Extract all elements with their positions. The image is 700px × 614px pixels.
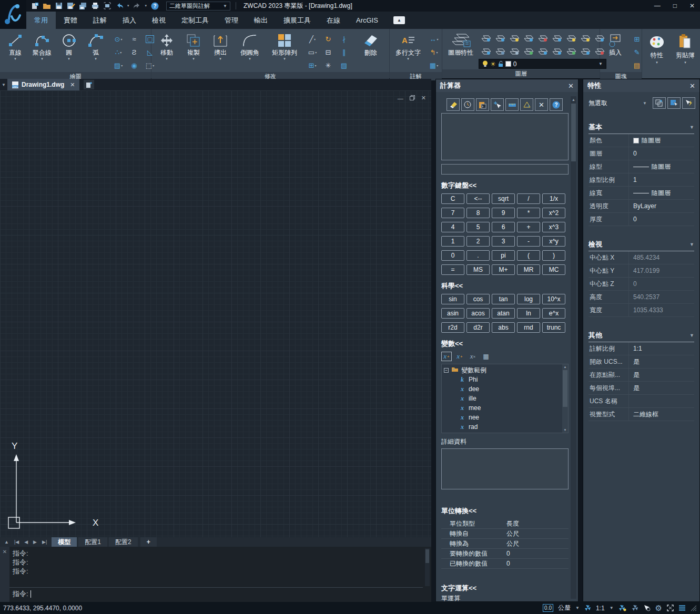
layer-tool-icon-8[interactable] xyxy=(578,32,592,45)
calc-key-7[interactable]: 7 xyxy=(441,208,464,218)
calc-key-asin[interactable]: asin xyxy=(441,308,464,319)
line-button[interactable]: 直線▾ xyxy=(3,32,27,61)
close-tab-icon[interactable]: ✕ xyxy=(70,81,75,88)
print-button[interactable] xyxy=(91,2,99,10)
next-layout-icon[interactable]: ▶ xyxy=(31,539,39,545)
doc-minimize-button[interactable]: — xyxy=(398,95,403,101)
mtext-button[interactable]: A 多行文字▾ xyxy=(393,32,423,61)
calc-key-cos[interactable]: cos xyxy=(466,294,490,304)
doc-tab-menu-icon[interactable]: ▼ xyxy=(0,83,7,87)
layer-tool-icon-13[interactable] xyxy=(521,45,535,58)
calc-key-log[interactable]: log xyxy=(517,294,540,304)
layer-tool-icon-14[interactable] xyxy=(535,45,550,58)
unit-conversion-row[interactable]: 要轉換的數值0 xyxy=(441,549,569,559)
section-header-1[interactable]: 基本▼ xyxy=(589,122,694,134)
help-button[interactable]: ? xyxy=(150,2,159,10)
match-properties-icon[interactable]: ▨ xyxy=(336,59,352,72)
calc-key-acos[interactable]: acos xyxy=(466,308,490,319)
calc-key--[interactable]: - xyxy=(517,236,540,247)
calc-help-icon[interactable]: ? xyxy=(550,98,563,111)
ribbon-tab-6[interactable]: 定制工具 xyxy=(174,12,217,29)
spline-icon[interactable]: ≈ xyxy=(126,33,142,46)
calc-key-6[interactable]: 6 xyxy=(492,222,515,232)
calc-key-d2r[interactable]: d2r xyxy=(466,322,490,333)
prev-layout-icon[interactable]: ◀ xyxy=(22,539,30,545)
property-value[interactable]: 二維線框 xyxy=(628,408,694,421)
property-value[interactable]: 隨圖層 xyxy=(628,160,694,173)
save-button[interactable] xyxy=(55,2,63,10)
property-value[interactable]: 540.2537 xyxy=(628,291,694,303)
window-close-button[interactable]: ✕ xyxy=(689,2,695,9)
numpad-section-header[interactable]: 數字鍵盤<< xyxy=(441,181,569,190)
properties-titlebar[interactable]: 特性 ✕ xyxy=(583,79,699,92)
annotation-scale-icon[interactable] xyxy=(584,605,591,611)
layer-tool-icon-1[interactable] xyxy=(479,32,493,45)
property-value[interactable]: ByLayer xyxy=(628,200,694,212)
dimension-icon[interactable]: ↔▾ xyxy=(426,33,442,46)
save-all-button[interactable] xyxy=(79,2,87,10)
ribbon-tab-4[interactable]: 插入 xyxy=(115,12,144,29)
scale-dropdown-icon[interactable]: ▼ xyxy=(610,606,614,610)
layer-tool-icon-5[interactable] xyxy=(535,32,550,45)
insert-block-button[interactable]: 插入 xyxy=(603,32,627,56)
property-value[interactable] xyxy=(628,395,694,407)
ribbon-tab-10[interactable]: 在線 xyxy=(319,12,348,29)
properties-palette-button[interactable]: 特性 ▾ xyxy=(645,32,668,65)
spline-edit-icon[interactable]: Ƨ xyxy=(126,46,142,59)
variable-folder[interactable]: −變數範例 xyxy=(444,365,561,375)
property-value[interactable]: 417.0199 xyxy=(628,264,694,277)
property-value[interactable]: 是 xyxy=(628,369,694,381)
calc-key-5[interactable]: 5 xyxy=(466,222,490,232)
layout-tab-3[interactable]: 配置2 xyxy=(109,537,138,547)
calc-key-4[interactable]: 4 xyxy=(441,222,464,232)
workspace-select[interactable]: 二維草圖與註解 ▼ xyxy=(166,2,230,11)
calc-key-abs[interactable]: abs xyxy=(492,322,515,333)
new-file-button[interactable] xyxy=(31,2,39,10)
calc-key-e^x[interactable]: e^x xyxy=(542,308,565,319)
property-value[interactable]: 485.4234 xyxy=(628,251,694,264)
ellipse-icon[interactable]: ⊙▾ xyxy=(110,33,126,46)
section-header-2[interactable]: 檢視▼ xyxy=(589,240,694,251)
extrude-button[interactable]: 擠出▾ xyxy=(208,32,232,61)
paste-command-icon[interactable] xyxy=(476,98,489,111)
layer-tool-icon-17[interactable] xyxy=(578,45,592,58)
unit-conversion-row[interactable]: 已轉換的數值0 xyxy=(441,559,569,569)
eraser-icon[interactable] xyxy=(447,98,460,111)
calc-key-1[interactable]: 1 xyxy=(441,236,464,247)
redo-button[interactable] xyxy=(133,2,141,10)
offset-icon[interactable]: ∥ xyxy=(336,46,352,59)
calc-key-3[interactable]: 3 xyxy=(492,236,515,247)
fullscreen-icon[interactable] xyxy=(667,605,674,611)
leader-icon[interactable]: ↰▾ xyxy=(426,46,442,59)
calc-key-/[interactable]: / xyxy=(517,193,540,204)
variable-item[interactable]: kPhi xyxy=(444,375,561,384)
calc-key-0[interactable]: 0 xyxy=(441,250,464,261)
layout-tab-2[interactable]: 配置1 xyxy=(78,537,107,547)
scientific-section-header[interactable]: 科學<< xyxy=(441,281,569,291)
variables-section-header[interactable]: 變數<< xyxy=(441,339,569,349)
quick-select-icon[interactable] xyxy=(653,97,666,109)
calc-key-sin[interactable]: sin xyxy=(441,294,464,304)
copy-button[interactable]: 複製▾ xyxy=(181,32,206,61)
ribbon-tab-8[interactable]: 輸出 xyxy=(246,12,276,29)
variable-item[interactable]: xmee xyxy=(444,403,561,413)
calculator-titlebar[interactable]: 計算器 ✕ xyxy=(436,79,578,92)
property-value[interactable]: 0 xyxy=(628,147,694,160)
select-objects-icon[interactable] xyxy=(667,97,681,109)
clipboard-button[interactable]: 剪貼簿 ▾ xyxy=(674,32,697,65)
calc-key-x^y[interactable]: x^y xyxy=(542,236,565,247)
ribbon-tab-1[interactable]: 常用 xyxy=(26,12,56,29)
drawing-canvas[interactable]: — ✕ Y X xyxy=(0,90,431,537)
layer-tool-icon-3[interactable] xyxy=(507,32,521,45)
calc-key-x^2[interactable]: x^2 xyxy=(542,208,565,218)
break-icon[interactable]: ∤ xyxy=(336,33,352,46)
ribbon-tab-9[interactable]: 擴展工具 xyxy=(276,12,319,29)
rotate-icon[interactable]: ↻ xyxy=(320,33,336,46)
scale-icon[interactable]: ▭▾ xyxy=(305,46,320,59)
app-logo[interactable] xyxy=(0,0,26,29)
property-value[interactable]: 是 xyxy=(628,382,694,394)
plot-preview-button[interactable] xyxy=(103,2,111,10)
property-value[interactable]: 0 xyxy=(628,278,694,290)
align-icon[interactable]: ⊟ xyxy=(320,46,336,59)
layer-tool-icon-16[interactable] xyxy=(564,45,578,58)
